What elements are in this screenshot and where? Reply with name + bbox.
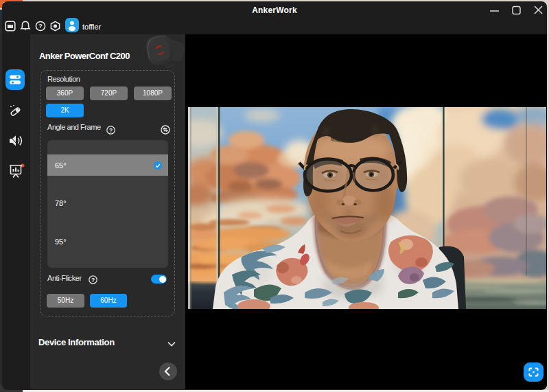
svg-text:?: ? — [109, 127, 113, 134]
svg-text:?: ? — [38, 23, 43, 30]
svg-text:?: ? — [91, 277, 95, 284]
